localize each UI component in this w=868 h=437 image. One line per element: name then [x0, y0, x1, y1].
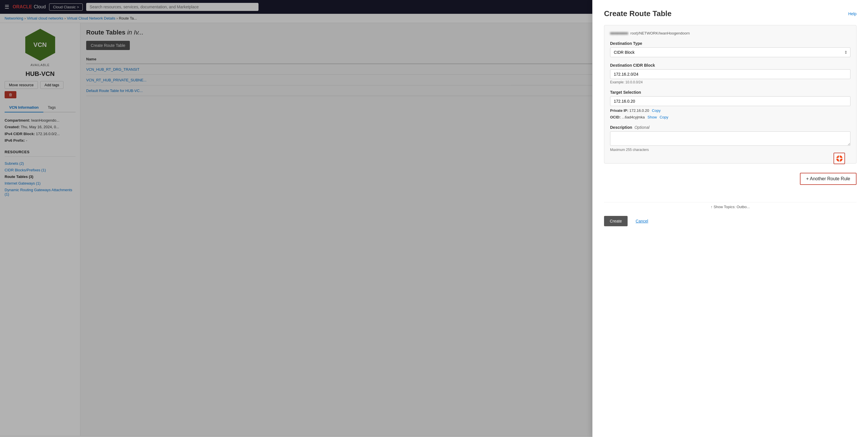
compartment-row: ■■■■■■■■ root)/NETWORK/IwanHoogendoorn: [610, 31, 850, 35]
destination-type-select-wrap: CIDR Block ⇕: [610, 48, 850, 57]
create-submit-button[interactable]: Create: [604, 216, 628, 226]
description-char-limit: Maximum 255 characters: [610, 148, 850, 152]
target-selection-input[interactable]: [610, 96, 850, 106]
route-rule-form-section: ■■■■■■■■ root)/NETWORK/IwanHoogendoorn D…: [604, 25, 857, 164]
destination-cidr-label: Destination CIDR Block: [610, 63, 850, 67]
modal-title: Create Route Table: [604, 9, 672, 18]
destination-type-group: Destination Type CIDR Block ⇕: [610, 41, 850, 57]
destination-cidr-group: Destination CIDR Block Example: 10.0.0.0…: [610, 63, 850, 84]
description-group: Description Optional Maximum 255 charact…: [610, 125, 850, 152]
compartment-path: root)/NETWORK/IwanHoogendoorn: [630, 31, 690, 35]
private-ip-meta: Private IP: 172.16.0.20 Copy: [610, 108, 850, 113]
description-label: Description Optional: [610, 125, 850, 130]
modal-help-link[interactable]: Help: [848, 11, 857, 16]
scroll-hint: ↑ Show Topics: Outbo...: [604, 202, 857, 209]
help-corner-wrap: 🛟: [604, 187, 857, 199]
destination-cidr-hint: Example: 10.0.0.0/24: [610, 80, 850, 84]
copy-ocid-link[interactable]: Copy: [659, 115, 668, 119]
modal-header: Create Route Table Help: [604, 9, 857, 18]
life-preserver-icon: 🛟: [836, 155, 843, 162]
destination-type-label: Destination Type: [610, 41, 850, 46]
another-route-rule-button[interactable]: + Another Route Rule: [800, 173, 857, 185]
description-textarea[interactable]: [610, 132, 850, 146]
copy-private-ip-link[interactable]: Copy: [652, 108, 661, 113]
description-optional: Optional: [634, 125, 649, 130]
destination-cidr-input[interactable]: [610, 69, 850, 79]
ocid-value: ...6ad4cyjmka: [622, 115, 645, 119]
destination-type-select[interactable]: CIDR Block: [610, 48, 850, 57]
modal-overlay: Create Route Table Help ■■■■■■■■ root)/N…: [0, 0, 868, 437]
target-selection-group: Target Selection Private IP: 172.16.0.20…: [610, 90, 850, 119]
create-route-table-modal: Create Route Table Help ■■■■■■■■ root)/N…: [592, 0, 868, 437]
another-route-rule-row: + Another Route Rule: [604, 168, 857, 185]
ocid-label: OCID:: [610, 115, 621, 119]
cancel-button[interactable]: Cancel: [631, 216, 653, 226]
private-ip-label: Private IP:: [610, 108, 628, 113]
show-ocid-link[interactable]: Show: [647, 115, 657, 119]
modal-footer: Create Cancel: [604, 216, 857, 226]
target-selection-label: Target Selection: [610, 90, 850, 95]
ocid-meta: OCID: ...6ad4cyjmka Show Copy: [610, 115, 850, 119]
private-ip-value: 172.16.0.20: [629, 108, 649, 113]
help-corner-icon[interactable]: 🛟: [834, 153, 845, 164]
compartment-blurred: ■■■■■■■■: [610, 31, 628, 35]
